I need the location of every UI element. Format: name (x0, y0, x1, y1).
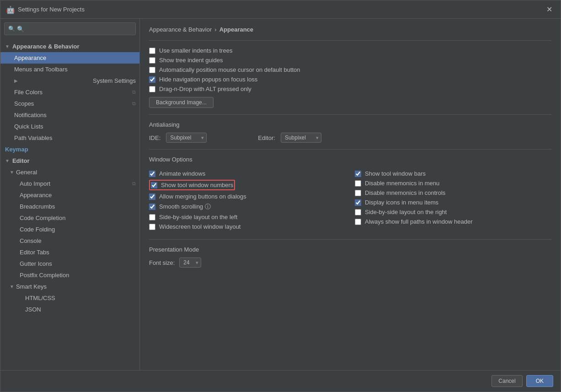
checkbox-row-hide-nav: Hide navigation popups on focus loss (149, 76, 551, 83)
checkbox-row-disable-mnemonics-menu: Disable mnemonics in menu (355, 180, 551, 187)
checkbox-row-tree-indent: Show tree indent guides (149, 57, 551, 64)
checkbox-row-animate-windows: Animate windows (149, 170, 346, 177)
cancel-button[interactable]: Cancel (492, 375, 522, 387)
disable-mnemonics-menu-checkbox[interactable] (355, 180, 361, 187)
drag-n-drop-checkbox[interactable] (149, 86, 155, 92)
sidebar-item-json[interactable]: JSON (0, 304, 139, 315)
display-icons-checkbox[interactable] (355, 199, 361, 206)
sidebar-item-system-settings[interactable]: ▶ System Settings (0, 75, 139, 86)
font-size-label: Font size: (149, 259, 175, 266)
widescreen-layout-checkbox[interactable] (149, 224, 155, 230)
window-options-section: Window Options Animate windows Show tool… (149, 156, 551, 233)
auto-position-label: Automatically position mouse cursor on d… (159, 66, 300, 73)
editor-label: Editor: (258, 134, 275, 141)
smaller-indents-checkbox[interactable] (149, 48, 155, 54)
always-full-paths-label: Always show full paths in window header (365, 218, 473, 225)
checkbox-row-show-tool-bars: Show tool window bars (355, 170, 551, 177)
sidebar-item-path-variables[interactable]: Path Variables (0, 132, 139, 144)
sidebar-item-appearance-editor[interactable]: Appearance (0, 189, 139, 201)
font-size-select[interactable]: 16182022 24262830 32364048 (179, 258, 201, 268)
close-button[interactable]: ✕ (544, 4, 555, 15)
smooth-scrolling-checkbox[interactable] (149, 204, 155, 210)
breadcrumb-separator: › (214, 26, 216, 33)
breadcrumb: Appearance & Behavior › Appearance (149, 26, 551, 33)
presentation-mode-label: Presentation Mode (149, 246, 551, 253)
presentation-row: Font size: 16182022 24262830 32364048 (149, 258, 551, 268)
sidebar-item-code-folding[interactable]: Code Folding (0, 224, 139, 235)
sidebar-item-file-colors[interactable]: File Colors ⧉ (0, 86, 139, 98)
sidebar-item-auto-import[interactable]: Auto Import ⧉ (0, 178, 139, 189)
editor-select[interactable]: None Greyscale Subpixel (281, 133, 321, 143)
sidebar-item-general[interactable]: ▼ General (0, 166, 139, 178)
expand-arrow-icon: ▼ (10, 284, 14, 289)
auto-position-checkbox[interactable] (149, 67, 155, 73)
sidebar-item-gutter-icons[interactable]: Gutter Icons (0, 258, 139, 269)
hide-nav-checkbox[interactable] (149, 76, 155, 83)
sidebar-item-keymap[interactable]: Keymap (0, 144, 139, 155)
breadcrumb-current: Appearance (219, 26, 253, 33)
highlighted-row: Show tool window numbers (149, 180, 235, 190)
smooth-scrolling-label: Smooth scrolling ⓘ (159, 203, 211, 211)
window-options-left: Animate windows Show tool window numbers… (149, 167, 346, 233)
sidebar: 🔍 ▼ Appearance & Behavior Appearance Men… (0, 19, 140, 370)
search-box[interactable]: 🔍 (4, 22, 136, 35)
antialiasing-label: Antialiasing (149, 121, 551, 128)
sidebar-item-quick-lists[interactable]: Quick Lists (0, 121, 139, 132)
copy-icon: ⧉ (132, 101, 136, 107)
tree-indent-checkbox[interactable] (149, 57, 155, 64)
background-image-button[interactable]: Background Image... (149, 97, 214, 108)
sidebar-item-appearance-behavior[interactable]: ▼ Appearance & Behavior (0, 41, 139, 52)
animate-windows-checkbox[interactable] (149, 171, 155, 177)
checkbox-row-smooth-scrolling: Smooth scrolling ⓘ (149, 203, 346, 211)
window-options-grid: Animate windows Show tool window numbers… (149, 167, 551, 233)
tree-indent-label: Show tree indent guides (159, 57, 223, 64)
antialiasing-row: IDE: None Greyscale Subpixel Editor: Non… (149, 133, 551, 143)
sidebar-item-menus-toolbars[interactable]: Menus and Toolbars (0, 64, 139, 75)
allow-merging-buttons-label: Allow merging buttons on dialogs (159, 193, 246, 200)
sidebar-item-breadcrumbs[interactable]: Breadcrumbs (0, 201, 139, 212)
side-by-side-left-checkbox[interactable] (149, 214, 155, 220)
editor-select-wrapper: None Greyscale Subpixel (281, 133, 321, 143)
checkbox-row-display-icons: Display icons in menu items (355, 199, 551, 206)
show-tool-window-bars-label: Show tool window bars (365, 170, 426, 177)
copy-icon: ⧉ (132, 181, 136, 187)
disable-mnemonics-controls-label: Disable mnemonics in controls (365, 189, 445, 196)
disable-mnemonics-controls-checkbox[interactable] (355, 190, 361, 196)
ide-select[interactable]: None Greyscale Subpixel (166, 133, 207, 143)
breadcrumb-parent: Appearance & Behavior (149, 26, 212, 33)
sidebar-item-console[interactable]: Console (0, 235, 139, 247)
app-icon: 🤖 (6, 5, 14, 14)
checkbox-row-merging-buttons: Allow merging buttons on dialogs (149, 193, 346, 200)
sidebar-item-notifications[interactable]: Notifications (0, 109, 139, 121)
presentation-mode-section: Presentation Mode Font size: 16182022 24… (149, 246, 551, 268)
sidebar-item-html-css[interactable]: HTML/CSS (0, 292, 139, 304)
ok-button[interactable]: OK (526, 375, 553, 387)
main-content: 🔍 ▼ Appearance & Behavior Appearance Men… (0, 19, 561, 370)
sidebar-item-scopes[interactable]: Scopes ⧉ (0, 98, 139, 109)
show-tool-window-bars-checkbox[interactable] (355, 171, 361, 177)
font-size-select-wrapper: 16182022 24262830 32364048 (179, 258, 201, 268)
titlebar: 🤖 Settings for New Projects ✕ (0, 0, 561, 19)
search-input[interactable] (17, 26, 132, 32)
allow-merging-buttons-checkbox[interactable] (149, 193, 155, 200)
sidebar-group-label: Appearance & Behavior (12, 43, 80, 50)
checkbox-row-disable-mnemonics-controls: Disable mnemonics in controls (355, 189, 551, 196)
checkbox-row-widescreen: Widescreen tool window layout (149, 223, 346, 230)
always-full-paths-checkbox[interactable] (355, 219, 361, 225)
sidebar-item-editor[interactable]: ▼ Editor (0, 155, 139, 166)
checkbox-row-drag-n-drop: Drag-n-Drop with ALT pressed only (149, 86, 551, 92)
sidebar-item-appearance[interactable]: Appearance (0, 52, 139, 64)
smaller-indents-label: Use smaller indents in trees (159, 47, 232, 54)
side-by-side-right-checkbox[interactable] (355, 209, 361, 215)
widescreen-layout-label: Widescreen tool window layout (159, 223, 240, 230)
side-by-side-right-label: Side-by-side layout on the right (365, 209, 447, 215)
sidebar-item-editor-tabs[interactable]: Editor Tabs (0, 247, 139, 258)
sidebar-item-code-completion[interactable]: Code Completion (0, 212, 139, 224)
sidebar-item-postfix-completion[interactable]: Postfix Completion (0, 269, 139, 281)
nav-tree: ▼ Appearance & Behavior Appearance Menus… (0, 39, 139, 317)
checkbox-row-show-tool-numbers: Show tool window numbers (149, 180, 346, 190)
content-pane: Appearance & Behavior › Appearance Use s… (140, 19, 561, 370)
sidebar-item-smart-keys[interactable]: ▼ Smart Keys (0, 281, 139, 292)
show-tool-window-numbers-checkbox[interactable] (151, 182, 157, 188)
hide-nav-label: Hide navigation popups on focus loss (159, 76, 257, 83)
